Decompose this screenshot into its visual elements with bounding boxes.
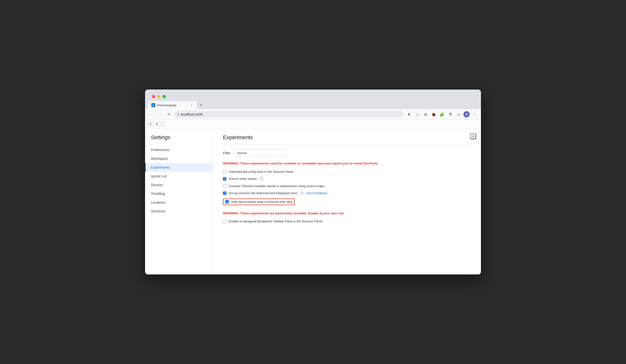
settings-panel: Settings Preferences Workspace Experimen… — [145, 128, 481, 274]
back-button[interactable]: ← — [148, 111, 155, 118]
address-bar[interactable]: ℹ localhost:4200 — [174, 111, 403, 118]
counter-minus-button[interactable]: - — [160, 122, 165, 127]
option-pretty-print: Automatically pretty print in the Source… — [223, 170, 471, 174]
sidebar-item-workspace[interactable]: Workspace — [145, 154, 213, 163]
option-source-order-label: Source order viewer — [229, 177, 257, 181]
option-group-sources-label: Group sources into Authored and Deployed… — [229, 191, 297, 195]
option-hide-ignore-listed-label: Hide ignore-listed code in sources tree … — [231, 200, 292, 204]
window-close-button[interactable] — [152, 95, 155, 98]
tab-bar: A DemoAngular × + — [148, 101, 478, 109]
traffic-light — [148, 92, 478, 101]
option-breakpoint-sidebar-label: Enable re-designed Breakpoint Sidebar Pa… — [229, 219, 322, 223]
sidebar-button[interactable]: ▭ — [455, 111, 462, 118]
filter-input[interactable] — [235, 150, 288, 156]
forward-button[interactable]: → — [157, 111, 163, 118]
browser-tab[interactable]: A DemoAngular × — [148, 101, 197, 109]
extension-button[interactable]: 🧩 — [439, 111, 445, 118]
counter-widget: + 0 - — [148, 121, 165, 127]
warning-body-2: These experiments are particularly unsta… — [240, 212, 344, 215]
avatar[interactable]: U — [464, 111, 470, 117]
counter-bar: + 0 - — [145, 120, 481, 128]
checkbox-resolve-variables[interactable] — [223, 184, 226, 188]
highlighted-option-container: Hide ignore-listed code in sources tree … — [223, 199, 295, 205]
new-tab-button[interactable]: + — [198, 102, 204, 109]
counter-plus-button[interactable]: + — [148, 122, 154, 127]
help-icon-group-sources[interactable]: ? — [300, 191, 304, 195]
bookmark-button[interactable]: ☆ — [414, 111, 421, 118]
counter-value: 0 — [154, 122, 160, 127]
earth-button[interactable]: ⊕ — [422, 111, 429, 118]
help-icon-source-order[interactable]: ? — [259, 177, 263, 181]
reload-button[interactable]: ↻ — [165, 111, 172, 118]
checkbox-hide-ignore-listed[interactable] — [225, 200, 229, 203]
toolbar-actions: ⬆ ☆ ⊕ 🐞 🧩 ⚗ ▭ U ⋮ — [405, 111, 478, 118]
option-hide-ignore-listed: Hide ignore-listed code in sources tree … — [223, 199, 471, 205]
lab-button[interactable]: ⚗ — [447, 111, 454, 118]
settings-title: Settings — [145, 134, 213, 146]
browser-toolbar: ← → ↻ ℹ localhost:4200 ⬆ ☆ ⊕ 🐞 🧩 ⚗ ▭ U ⋮ — [145, 109, 481, 120]
section-divider — [223, 145, 471, 145]
window-maximize-button[interactable] — [162, 95, 166, 98]
option-group-sources: Group sources into Authored and Deployed… — [223, 191, 471, 195]
sidebar-item-devices[interactable]: Devices — [145, 181, 213, 189]
sidebar-item-ignore-list[interactable]: Ignore List — [145, 172, 213, 181]
settings-close-button[interactable]: × — [470, 133, 476, 139]
menu-button[interactable]: ⋮ — [471, 111, 478, 118]
option-breakpoint-sidebar: Enable re-designed Breakpoint Sidebar Pa… — [223, 219, 471, 223]
sidebar-item-throttling[interactable]: Throttling — [145, 189, 213, 198]
checkbox-pretty-print[interactable] — [223, 170, 226, 173]
settings-sidebar: Settings Preferences Workspace Experimen… — [145, 128, 213, 274]
address-text: localhost:4200 — [181, 112, 203, 116]
option-pretty-print-label: Automatically pretty print in the Source… — [229, 170, 294, 174]
checkbox-group-sources[interactable] — [223, 191, 226, 195]
sidebar-item-shortcuts[interactable]: Shortcuts — [145, 207, 213, 216]
chrome-header: A DemoAngular × + — [145, 90, 481, 109]
warning-text-2: WARNING: These experiments are particula… — [223, 211, 471, 216]
option-resolve-variables-label: Console: Resolve variable names in expre… — [229, 184, 324, 188]
bug-button[interactable]: 🐞 — [430, 111, 437, 118]
checkbox-source-order[interactable] — [223, 177, 226, 181]
option-resolve-variables: Console: Resolve variable names in expre… — [223, 184, 471, 188]
warning-body-1: These experiments could be unstable or u… — [240, 162, 379, 165]
sidebar-item-locations[interactable]: Locations — [145, 198, 213, 207]
browser-window: A DemoAngular × + ← → ↻ ℹ localhost:4200… — [145, 90, 481, 274]
sidebar-item-preferences[interactable]: Preferences — [145, 146, 213, 154]
tab-title: DemoAngular — [157, 103, 187, 107]
filter-row: Filter — [223, 150, 471, 156]
address-icon: ℹ — [178, 113, 179, 116]
filter-label: Filter — [223, 151, 231, 155]
experiments-title: Experiments — [223, 134, 471, 141]
send-feedback-link[interactable]: Send feedback — [306, 191, 327, 195]
tab-close-button[interactable]: × — [189, 103, 193, 107]
warning-prefix-1: WARNING: — [223, 162, 239, 165]
warning-text-1: WARNING: These experiments could be unst… — [223, 161, 471, 166]
tab-favicon: A — [151, 103, 155, 107]
window-minimize-button[interactable] — [157, 95, 161, 98]
checkbox-breakpoint-sidebar[interactable] — [223, 220, 226, 223]
sidebar-item-experiments[interactable]: Experiments — [145, 163, 213, 172]
share-button[interactable]: ⬆ — [405, 111, 412, 118]
browser-content: + 0 - Settings Preferences Workspace Exp… — [145, 120, 481, 274]
warning-prefix-2: WARNING: — [223, 212, 239, 215]
settings-main: × Experiments Filter WARNING: These expe… — [213, 128, 481, 274]
option-source-order: Source order viewer ? — [223, 177, 471, 181]
